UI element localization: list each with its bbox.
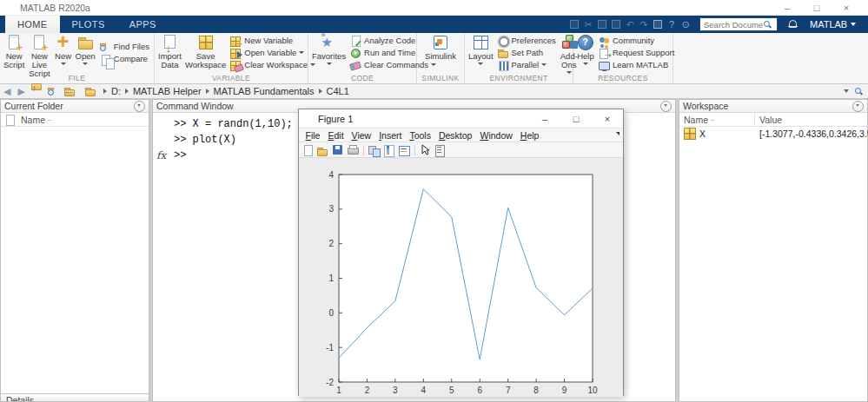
undo-icon[interactable]: ↶	[625, 19, 635, 30]
figure-canvas[interactable]: 12345678910-2-101234	[299, 158, 623, 397]
breadcrumb-folder[interactable]: MATLAB Fundamentals	[214, 86, 315, 96]
button-label: Request Support	[613, 48, 674, 57]
variable-name: X	[699, 129, 706, 139]
save-figure-icon[interactable]	[332, 144, 344, 156]
breadcrumb-drive[interactable]: D:	[111, 86, 121, 96]
simulink-button[interactable]: Simulink	[419, 33, 462, 72]
line-plot[interactable]: 12345678910-2-101234	[299, 158, 623, 397]
search-input[interactable]	[704, 20, 763, 30]
button-label: Import Data	[158, 52, 182, 69]
import-data-button[interactable]: Import Data	[156, 33, 183, 72]
notifications-bell-icon[interactable]	[788, 19, 798, 30]
menu-help[interactable]: Help	[516, 130, 543, 141]
folder-search-icon[interactable]	[854, 87, 863, 96]
menu-insert[interactable]: Insert	[375, 130, 406, 141]
community-button[interactable]: Community	[599, 35, 674, 46]
cut-icon[interactable]: ✂	[583, 19, 593, 30]
new-figure-icon[interactable]	[302, 144, 315, 156]
address-dropdown-icon[interactable]	[844, 89, 849, 93]
print-figure-icon[interactable]	[347, 144, 359, 156]
recent-folders-icon[interactable]	[64, 86, 76, 96]
panel-menu-icon[interactable]	[660, 101, 672, 112]
minimize-button[interactable]: –	[772, 1, 802, 15]
fx-function-hint[interactable]: fx	[156, 148, 174, 163]
open-file-icon[interactable]	[317, 146, 328, 156]
toolbar-options-icon[interactable]: ⊙	[680, 19, 691, 30]
compare-button[interactable]: Compare	[100, 53, 149, 64]
desktop-window-icon[interactable]	[653, 19, 663, 30]
new-live-script-button[interactable]: New Live Script	[26, 33, 52, 72]
breadcrumb-folder[interactable]: C4L1	[327, 86, 349, 96]
breadcrumb-folder[interactable]: MATLAB Helper	[133, 86, 202, 96]
figure-title-bar[interactable]: Figure 1 – □ ×	[299, 109, 623, 129]
link-plot-icon[interactable]	[368, 144, 381, 156]
button-label: Open Variable	[244, 48, 296, 57]
svg-text:-2: -2	[326, 378, 334, 387]
variable-value: [-1.3077,-0.4336,0.3426,3.5784,2...	[755, 129, 868, 139]
search-icon[interactable]	[763, 20, 772, 29]
new-script-button[interactable]: New Script	[2, 33, 26, 72]
menu-view[interactable]: View	[348, 130, 375, 141]
request-support-button[interactable]: Request Support	[599, 47, 674, 58]
section-label-code: CODE	[308, 74, 416, 82]
current-folder-column-header[interactable]: Name –	[1, 113, 149, 127]
menu-overflow-icon[interactable]	[616, 132, 620, 135]
help-circle-icon[interactable]: ?	[666, 19, 677, 30]
documentation-search[interactable]	[699, 17, 778, 31]
menu-file[interactable]: File	[301, 130, 324, 141]
forward-icon[interactable]: ▶	[14, 84, 28, 98]
insert-colorbar-icon[interactable]	[383, 144, 395, 156]
parallel-button[interactable]: Parallel	[498, 59, 556, 70]
workspace-row-X[interactable]: X [-1.3077,-0.4336,0.3426,3.5784,2...	[679, 127, 867, 141]
panel-menu-icon[interactable]	[134, 101, 145, 112]
new-button[interactable]: New	[53, 33, 74, 72]
new-variable-button[interactable]: New Variable	[230, 35, 315, 46]
matlab-logo-icon	[303, 114, 314, 123]
workspace-column-header[interactable]: Name – Value	[679, 113, 867, 127]
clear-workspace-button[interactable]: Clear Workspace	[230, 59, 315, 70]
open-variable-button[interactable]: Open Variable	[230, 47, 315, 58]
close-button[interactable]: ×	[832, 1, 861, 15]
set-path-button[interactable]: Set Path	[498, 47, 556, 58]
svg-text:2: 2	[328, 239, 334, 248]
redo-icon[interactable]: ↷	[639, 19, 649, 30]
open-button[interactable]: Open	[74, 33, 97, 72]
tab-apps[interactable]: APPS	[117, 16, 169, 33]
learn-matlab-button[interactable]: Learn MATLAB	[599, 59, 674, 70]
help-button[interactable]: Help	[575, 33, 596, 72]
details-bar[interactable]: Details	[1, 393, 149, 401]
toolbar-separator	[363, 145, 364, 155]
command-prompt[interactable]: >>	[174, 148, 186, 163]
figure-maximize-button[interactable]: □	[560, 110, 592, 128]
browse-folder-icon[interactable]	[48, 86, 59, 96]
paste-icon[interactable]	[611, 19, 621, 30]
account-menu[interactable]: MATLAB	[810, 19, 856, 30]
tab-home[interactable]: HOME	[5, 16, 60, 33]
copy-icon[interactable]	[597, 19, 607, 30]
button-label: Analyze Code	[364, 36, 415, 45]
menu-window[interactable]: Window	[476, 130, 516, 141]
layout-button[interactable]: Layout	[467, 33, 495, 72]
up-one-level-icon[interactable]	[31, 86, 43, 96]
figure-minimize-button[interactable]: –	[529, 110, 560, 128]
breadcrumb-separator-icon	[103, 89, 107, 94]
save-icon[interactable]	[569, 19, 580, 30]
panel-menu-icon[interactable]	[852, 101, 864, 112]
property-inspector-icon[interactable]	[434, 144, 447, 156]
figure-close-button[interactable]: ×	[592, 110, 623, 128]
save-workspace-button[interactable]: Save Workspace	[183, 33, 228, 72]
insert-legend-icon[interactable]	[398, 144, 410, 156]
preferences-button[interactable]: Preferences	[498, 35, 556, 46]
find-files-button[interactable]: Find Files	[100, 41, 149, 52]
favorites-button[interactable]: Favorites	[310, 33, 348, 72]
button-label: Compare	[114, 54, 148, 63]
menu-desktop[interactable]: Desktop	[434, 130, 476, 141]
menu-edit[interactable]: Edit	[324, 130, 348, 141]
name-column-label: Name	[21, 115, 45, 125]
maximize-button[interactable]: □	[802, 1, 832, 15]
dropdown-arrow-icon	[478, 63, 483, 65]
menu-tools[interactable]: Tools	[406, 130, 435, 141]
back-icon[interactable]: ◀	[0, 84, 14, 98]
edit-plot-icon[interactable]	[420, 144, 432, 156]
sort-indicator-icon: –	[48, 115, 51, 123]
